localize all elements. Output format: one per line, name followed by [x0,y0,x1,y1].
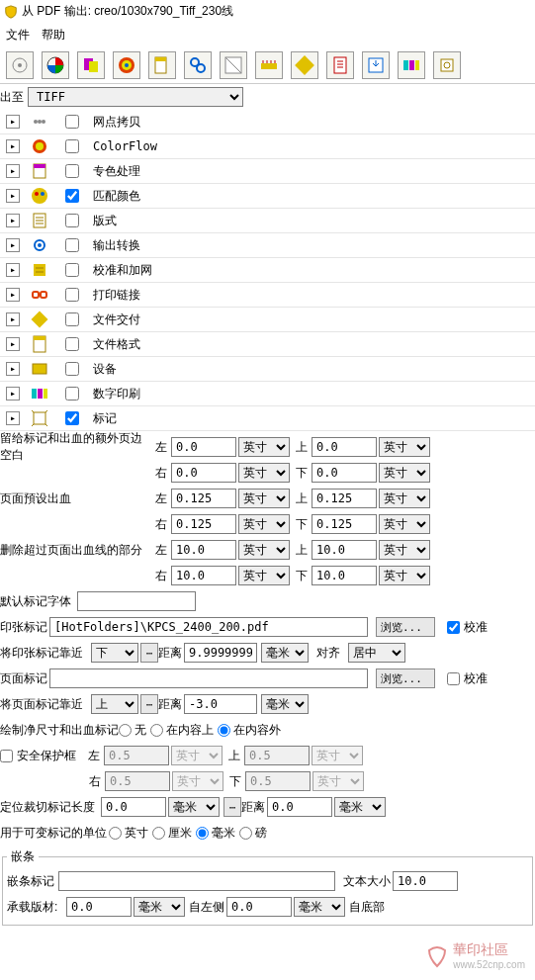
preset-top-input[interactable] [312,489,377,508]
tree-item-label[interactable]: 标记 [91,410,535,427]
page-mark-browse[interactable]: 浏览... [376,668,435,688]
page-align-dist[interactable] [184,694,257,714]
toolbar-btn-13[interactable] [433,51,461,79]
expand-icon[interactable]: ▸ [6,362,20,376]
tree-item-label[interactable]: 匹配颜色 [91,188,535,205]
toolbar-btn-12[interactable] [398,51,425,79]
remove-bottom-input[interactable] [312,566,377,585]
slug-mark-input[interactable] [58,871,335,891]
expand-icon[interactable]: ▸ [6,263,20,277]
trim-distance-unit[interactable]: 毫米 [334,797,386,817]
radio-none[interactable]: 无 [119,722,146,739]
page-align-unit[interactable]: 毫米 [261,694,309,714]
toolbar-btn-10[interactable] [326,51,354,79]
preset-left-input[interactable] [171,489,236,508]
expand-icon[interactable]: ▸ [6,164,20,178]
tree-item-check[interactable] [65,411,79,425]
page-align-pos[interactable]: 上 [91,694,138,714]
tree-item-label[interactable]: 数字印刷 [91,386,535,402]
safe-box-check[interactable] [0,750,13,762]
tree-item-check[interactable] [65,164,79,178]
slug-text-size[interactable] [393,871,458,891]
sheet-align-dots[interactable]: ⋯ [140,643,158,663]
tree-item-check[interactable] [65,189,79,203]
sheet-align-unit[interactable]: 毫米 [261,643,309,663]
sheet-mark-path[interactable] [49,617,368,637]
sheet-align-align[interactable]: 居中 [348,643,405,663]
expand-icon[interactable]: ▸ [6,189,20,203]
toolbar-btn-11[interactable] [362,51,390,79]
tree-item-label[interactable]: ColorFlow [91,139,535,153]
toolbar-btn-5[interactable] [148,51,176,79]
tree-item-check[interactable] [65,312,79,326]
extra-right-unit[interactable]: 英寸 [238,463,290,483]
remove-bottom-unit[interactable]: 英寸 [379,566,430,585]
tree-item-label[interactable]: 校准和加网 [91,262,535,279]
toolbar-btn-3[interactable] [77,51,105,79]
default-font-input[interactable] [77,591,196,611]
tree-item-label[interactable]: 版式 [91,213,535,229]
extra-bottom-unit[interactable]: 英寸 [379,463,430,483]
expand-icon[interactable]: ▸ [6,214,20,227]
radio-inch[interactable]: 英寸 [109,825,148,842]
sheet-align-dist[interactable] [184,643,257,663]
extra-top-unit[interactable]: 英寸 [379,437,430,457]
tree-item-check[interactable] [65,139,79,153]
tree-item-label[interactable]: 专色处理 [91,163,535,180]
expand-icon[interactable]: ▸ [6,238,20,252]
trim-distance[interactable] [267,797,332,817]
remove-right-input[interactable] [171,566,236,585]
trim-length-unit[interactable]: 毫米 [168,797,220,817]
tree-item-label[interactable]: 打印链接 [91,287,535,304]
expand-icon[interactable]: ▸ [6,337,20,351]
radio-inside[interactable]: 在内容上 [150,722,214,739]
radio-mm[interactable]: 毫米 [196,825,235,842]
carrier-value[interactable] [66,897,132,917]
toolbar-btn-4[interactable] [113,51,140,79]
tree-item-label[interactable]: 文件格式 [91,336,535,353]
radio-outside[interactable]: 在内容外 [218,722,281,739]
preset-bottom-unit[interactable]: 英寸 [379,514,430,534]
radio-cm[interactable]: 厘米 [152,825,192,842]
tree-item-check[interactable] [65,214,79,227]
toolbar-btn-9[interactable] [291,51,318,79]
tree-item-check[interactable] [65,337,79,351]
from-left-value[interactable] [226,897,292,917]
sheet-mark-calibrate-check[interactable] [447,621,460,634]
extra-left-unit[interactable]: 英寸 [238,437,290,457]
tree-item-check[interactable] [65,288,79,302]
tree-item-check[interactable] [65,362,79,376]
toolbar-btn-8[interactable] [255,51,283,79]
sheet-align-pos[interactable]: 下 [91,643,138,663]
remove-left-unit[interactable]: 英寸 [238,540,290,560]
expand-icon[interactable]: ▸ [6,139,20,153]
toolbar-btn-6[interactable] [184,51,212,79]
tree-item-label[interactable]: 设备 [91,361,535,378]
extra-right-input[interactable] [171,463,236,483]
remove-top-input[interactable] [312,540,377,560]
extra-left-input[interactable] [171,437,236,457]
trim-dots[interactable]: ⋯ [223,797,241,817]
preset-bottom-input[interactable] [312,514,377,534]
tree-item-label[interactable]: 网点拷贝 [91,114,535,131]
toolbar-btn-7[interactable] [220,51,247,79]
extra-top-input[interactable] [312,437,377,457]
expand-icon[interactable]: ▸ [6,312,20,326]
carrier-unit[interactable]: 毫米 [134,897,185,917]
extra-bottom-input[interactable] [312,463,377,483]
page-mark-calibrate-check[interactable] [447,672,460,685]
menu-file[interactable]: 文件 [6,27,30,44]
sheet-mark-browse[interactable]: 浏览... [376,617,435,637]
remove-left-input[interactable] [171,540,236,560]
toolbar-btn-1[interactable] [6,51,34,79]
tree-item-label[interactable]: 文件交付 [91,312,535,328]
remove-top-unit[interactable]: 英寸 [379,540,430,560]
tree-item-check[interactable] [65,115,79,129]
preset-top-unit[interactable]: 英寸 [379,489,430,508]
page-align-dots[interactable]: ⋯ [140,694,158,714]
tree-item-check[interactable] [65,238,79,252]
expand-icon[interactable]: ▸ [6,115,20,129]
expand-icon[interactable]: ▸ [6,288,20,302]
tree-item-check[interactable] [65,263,79,277]
tree-item-check[interactable] [65,387,79,401]
